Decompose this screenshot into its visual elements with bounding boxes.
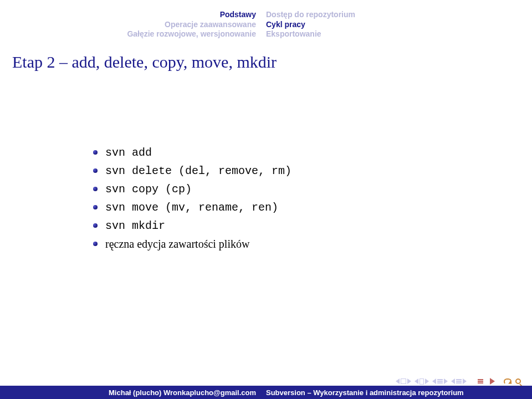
list-item: svn add	[93, 144, 532, 162]
nav-prev-frame[interactable]	[415, 378, 429, 385]
subsection-link[interactable]: Dostęp do repozytorium	[266, 10, 532, 20]
section-link[interactable]: Operacje zaawansowane	[0, 20, 256, 30]
nav-prev-slide[interactable]	[396, 378, 411, 384]
header-subsections: Dostęp do repozytorium Cykl pracy Ekspor…	[266, 10, 532, 39]
footer-title: Subversion – Wykorzystanie i administrac…	[266, 388, 532, 397]
list-item: svn mkdir	[93, 217, 532, 235]
slide-content: svn add svn delete (del, remove, rm) svn…	[0, 71, 532, 253]
slide-footer: Michał (plucho) Wronkaplucho@gmail.com S…	[0, 386, 532, 399]
nav-loop-icon[interactable]	[504, 378, 511, 385]
section-link[interactable]: Gałęzie rozwojowe, wersjonowanie	[0, 29, 256, 39]
header-sections: Podstawy Operacje zaawansowane Gałęzie r…	[0, 10, 266, 39]
list-item: svn copy (cp)	[93, 180, 532, 198]
nav-outline-icon[interactable]	[478, 379, 483, 383]
nav-prev-section[interactable]	[432, 378, 448, 384]
section-current[interactable]: Podstawy	[0, 10, 256, 20]
list-item: ręczna edycja zawartości plików	[93, 235, 532, 253]
subsection-link[interactable]: Eksportowanie	[266, 29, 532, 39]
slide-header: Podstawy Operacje zaawansowane Gałęzie r…	[0, 0, 532, 45]
list-item: svn delete (del, remove, rm)	[93, 162, 532, 180]
bullet-list: svn add svn delete (del, remove, rm) svn…	[93, 144, 532, 253]
list-item: svn move (mv, rename, ren)	[93, 198, 532, 217]
nav-next-section[interactable]	[451, 378, 467, 384]
nav-play-icon[interactable]	[490, 378, 495, 385]
subsection-current[interactable]: Cykl pracy	[266, 20, 532, 30]
footer-author: Michał (plucho) Wronkaplucho@gmail.com	[0, 388, 266, 397]
nav-search-icon[interactable]	[515, 378, 521, 384]
frame-title: Etap 2 – add, delete, copy, move, mkdir	[0, 45, 532, 71]
nav-controls	[396, 378, 521, 385]
